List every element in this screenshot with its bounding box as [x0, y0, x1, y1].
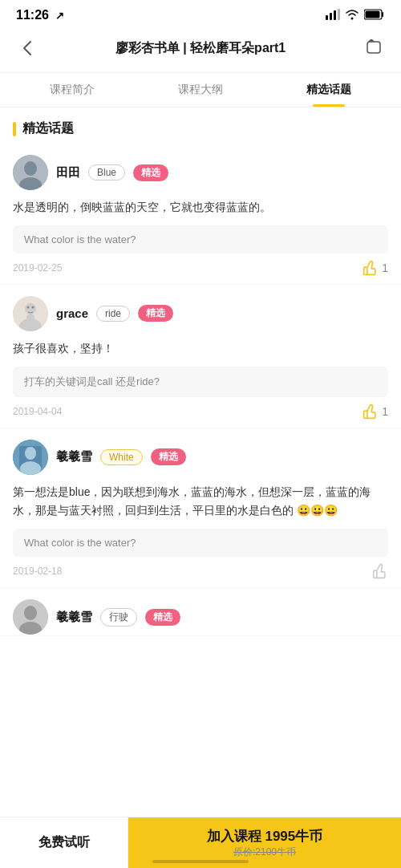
comment-date-3: 2019-02-18: [13, 566, 62, 577]
status-time-area: 11:26 ↗: [16, 8, 64, 22]
comment-card-3: 羲羲雪 White 精选 第一想法是blue，因为联想到海水，蓝蓝的海水，但想深…: [0, 428, 401, 589]
content-area: 精选话题 田田 Blue 精选 水是透明的，倒映蓝蓝的天空，它就也变得蓝蓝的。 …: [0, 107, 401, 700]
back-button[interactable]: [13, 34, 42, 63]
comment-header-2: grace ride 精选: [13, 296, 388, 331]
tag-4: 行驶: [100, 608, 137, 627]
comment-footer-1: 2019-02-25 1: [13, 260, 388, 276]
username-1: 田田: [56, 165, 80, 180]
username-2: grace: [56, 306, 88, 320]
svg-point-21: [24, 606, 37, 620]
free-trial-button[interactable]: 免费试听: [0, 817, 128, 868]
username-4: 羲羲雪: [56, 610, 92, 625]
svg-rect-3: [338, 9, 340, 20]
svg-rect-6: [367, 42, 380, 53]
svg-rect-0: [326, 15, 328, 20]
comment-card-2: grace ride 精选 孩子很喜欢，坚持！ 打车的关键词是call 还是ri…: [0, 285, 401, 428]
avatar-1: [13, 155, 48, 190]
comment-body-2: 孩子很喜欢，坚持！: [13, 339, 388, 359]
badge-4: 精选: [145, 609, 180, 626]
tabs-bar: 课程简介 课程大纲 精选话题: [0, 73, 401, 107]
like-area-1[interactable]: 1: [363, 260, 388, 276]
comment-card-1: 田田 Blue 精选 水是透明的，倒映蓝蓝的天空，它就也变得蓝蓝的。 What …: [0, 144, 401, 285]
comment-footer-3: 2019-02-18: [13, 563, 388, 579]
badge-2: 精选: [138, 305, 173, 322]
original-price-label: 原价:2100牛币: [233, 846, 296, 859]
battery-icon: [364, 9, 385, 22]
tab-intro[interactable]: 课程简介: [8, 73, 136, 107]
tab-topics[interactable]: 精选话题: [265, 73, 393, 107]
share-button[interactable]: [359, 34, 388, 63]
comment-date-1: 2019-02-25: [13, 262, 62, 274]
svg-point-8: [24, 161, 37, 176]
svg-point-13: [27, 306, 30, 308]
comment-footer-2: 2019-04-04 1: [13, 404, 388, 420]
comment-body-3: 第一想法是blue，因为联想到海水，蓝蓝的海水，但想深一层，蓝蓝的海水，那是与蓝…: [13, 483, 388, 521]
svg-rect-5: [366, 10, 380, 18]
section-title: 精选话题: [0, 107, 401, 144]
svg-rect-2: [334, 10, 336, 20]
page-title: 廖彩杏书单 | 轻松磨耳朵part1: [42, 40, 359, 57]
comment-question-1: What color is the water?: [13, 225, 388, 254]
avatar-4: [13, 599, 48, 635]
comment-header-4: 羲羲雪 行驶 精选: [13, 599, 388, 635]
wifi-icon: [345, 9, 359, 22]
header: 廖彩杏书单 | 轻松磨耳朵part1: [0, 27, 401, 73]
svg-point-18: [25, 447, 36, 460]
comment-header-1: 田田 Blue 精选: [13, 155, 388, 190]
join-course-label: 加入课程 1995牛币: [207, 827, 323, 846]
status-bar: 11:26 ↗: [0, 0, 401, 27]
badge-1: 精选: [133, 164, 168, 181]
tab-outline[interactable]: 课程大纲: [136, 73, 265, 107]
like-area-3[interactable]: [372, 563, 388, 579]
username-3: 羲羲雪: [56, 449, 92, 464]
comment-card-4: 羲羲雪 行驶 精选: [0, 588, 401, 636]
comment-body-1: 水是透明的，倒映蓝蓝的天空，它就也变得蓝蓝的。: [13, 198, 388, 217]
svg-point-14: [32, 306, 34, 308]
tag-2: ride: [96, 306, 130, 322]
avatar-3: [13, 440, 48, 475]
status-time: 11:26: [16, 8, 49, 22]
like-area-2[interactable]: 1: [363, 404, 388, 420]
badge-3: 精选: [151, 448, 186, 465]
comment-question-2: 打车的关键词是call 还是ride?: [13, 367, 388, 397]
location-icon: ↗: [55, 10, 64, 22]
avatar-2: [13, 296, 48, 331]
signal-icon: [326, 9, 340, 22]
comment-question-3: What color is the water?: [13, 529, 388, 557]
comment-date-2: 2019-04-04: [13, 406, 62, 417]
tag-1: Blue: [88, 164, 125, 180]
status-icons: [326, 9, 385, 22]
like-count-2: 1: [382, 405, 388, 418]
like-count-1: 1: [382, 262, 388, 274]
home-indicator: [152, 860, 249, 863]
svg-rect-1: [330, 13, 332, 20]
tag-3: White: [100, 449, 143, 465]
comment-header-3: 羲羲雪 White 精选: [13, 440, 388, 475]
